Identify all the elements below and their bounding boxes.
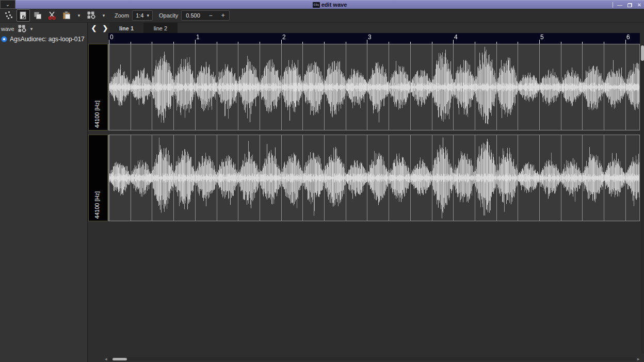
window-menu-button[interactable]: ⌄ — [0, 0, 15, 9]
time-ruler — [108, 33, 640, 44]
chevron-down-icon: ▾ — [103, 13, 105, 18]
wave-selector-row: wave ▾ — [0, 23, 87, 34]
tab-line-2[interactable]: line 2 — [143, 23, 178, 34]
hscroll-left-arrow[interactable]: ◂ — [105, 356, 107, 361]
wave-panel-1-rate-strip: 44100 [Hz] — [88, 44, 108, 130]
tool-popup-menu-button[interactable]: ▾ — [99, 9, 108, 22]
wave-panel-2-frame — [108, 135, 640, 221]
opacity-increment-button[interactable]: + — [217, 11, 229, 20]
wave-panel-2: 44100 [Hz] — [88, 135, 640, 221]
tab-line-1[interactable]: line 1 — [109, 23, 143, 34]
zoom-combo[interactable]: 1:4 ▾ — [132, 10, 153, 21]
position-icon — [5, 11, 13, 20]
zoom-value: 1:4 — [136, 12, 143, 19]
paste-menu-button[interactable]: ▾ — [74, 9, 84, 22]
zoom-label: Zoom — [115, 12, 129, 19]
edit-wave-window: { "window": { "title": "edit wave", "app… — [0, 0, 644, 362]
cut-icon — [48, 11, 56, 20]
minimize-button[interactable]: — — [617, 2, 623, 8]
tab-line-1-label: line 1 — [119, 25, 134, 31]
opacity-decrement-button[interactable]: − — [204, 11, 217, 20]
wave-panel-1: 44100 [Hz] — [88, 44, 640, 130]
titlebar-drag-area[interactable]: GSq edit wave — ✕ — [15, 0, 644, 9]
chevron-down-icon: ▾ — [78, 13, 81, 18]
wave-label: wave — [1, 26, 14, 32]
copy-tool-button[interactable] — [31, 9, 44, 22]
chevron-down-icon[interactable]: ▾ — [30, 26, 33, 31]
paste-tool-button[interactable] — [60, 9, 73, 22]
time-ruler-canvas — [108, 33, 640, 44]
paste-icon — [62, 11, 71, 20]
opacity-value[interactable]: 0.500 — [182, 12, 204, 19]
vertical-scrollbar-thumb[interactable] — [641, 45, 644, 61]
hscroll-right-arrow[interactable]: ▸ — [637, 356, 640, 361]
horizontal-scrollbar-thumb[interactable] — [112, 358, 127, 360]
samplerate-label: 44100 [Hz] — [94, 191, 100, 219]
position-tool-button[interactable] — [2, 9, 15, 22]
tool-popup-button[interactable] — [85, 9, 98, 22]
machine-radio-row[interactable]: AgsAudiorec: ags-loop-017 — [0, 34, 87, 44]
app-icon: GSq — [313, 2, 320, 8]
close-button[interactable]: ✕ — [636, 2, 642, 8]
chevron-down-icon: ▾ — [147, 13, 149, 18]
machine-label: AgsAudiorec: ags-loop-017 — [10, 36, 85, 43]
restore-icon — [627, 3, 632, 7]
waveform-canvas-2[interactable] — [109, 135, 639, 221]
edit-tool-button[interactable] — [17, 9, 30, 22]
window-controls-separator — [613, 2, 613, 8]
toolbar: ▾ ▾ Zoom 1:4 ▾ Opacity 0.500 − + — [0, 9, 644, 23]
opacity-spinbutton[interactable]: 0.500 − + — [181, 10, 230, 21]
vertical-scrollbar[interactable] — [641, 44, 644, 354]
window-controls: — ✕ — [613, 1, 642, 9]
machine-graph-gear-icon — [87, 11, 96, 20]
window-title: edit wave — [321, 2, 347, 8]
wave-panel-2-rate-strip: 44100 [Hz] — [88, 135, 108, 221]
titlebar[interactable]: ⌄ GSq edit wave — ✕ — [0, 0, 644, 9]
wave-panel-1-frame — [108, 44, 640, 130]
chevron-down-icon: ⌄ — [6, 2, 10, 7]
horizontal-scrollbar[interactable] — [108, 357, 636, 361]
machine-sidebar: wave ▾ AgsAudiorec: ags-loop-017 — [0, 23, 88, 362]
prev-tab-button[interactable]: ❮ — [90, 24, 98, 32]
opacity-label: Opacity — [159, 12, 178, 19]
cut-tool-button[interactable] — [45, 9, 59, 22]
waveform-canvas-1[interactable] — [109, 44, 639, 130]
machine-graph-gear-icon[interactable] — [18, 25, 27, 33]
samplerate-label: 44100 [Hz] — [94, 101, 100, 128]
tab-line-2-label: line 2 — [154, 25, 167, 31]
machine-radio-selected[interactable] — [1, 36, 7, 42]
copy-icon — [34, 11, 42, 20]
next-tab-button[interactable]: ❯ — [101, 24, 109, 32]
window-title-group: GSq edit wave — [313, 2, 347, 8]
tab-nav-buttons: ❮ ❯ — [90, 23, 109, 34]
line-tabstrip: line 1 line 2 — [109, 23, 178, 34]
edit-icon — [19, 11, 27, 20]
restore-button[interactable] — [626, 2, 633, 8]
